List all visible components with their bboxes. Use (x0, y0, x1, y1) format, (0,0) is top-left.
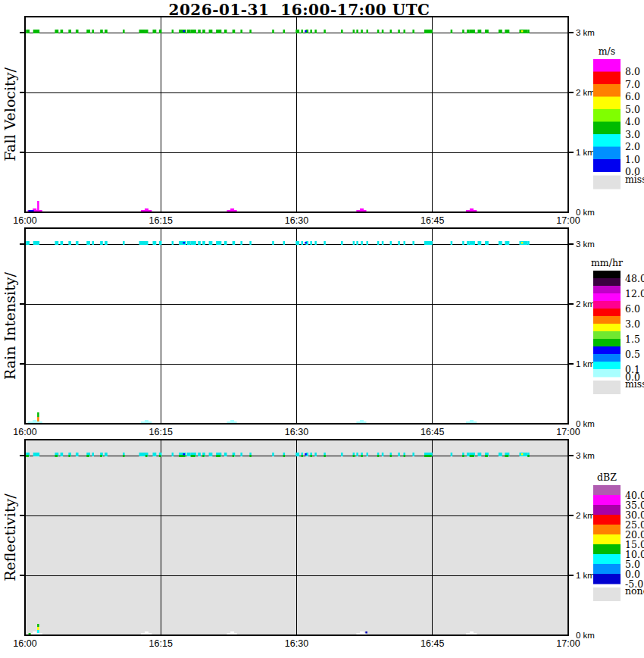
surface-spike-segment (37, 624, 39, 627)
echo-mark (499, 241, 502, 245)
echo-mark (382, 453, 384, 456)
echo-mark-secondary (361, 455, 363, 457)
echo-mark (123, 241, 125, 245)
surface-mark-bump (360, 208, 364, 210)
colorbar-missing-block (593, 381, 621, 394)
colorbar-value-label: 3.0 (625, 318, 640, 330)
yaxis-tick-label: 1 km (576, 148, 595, 157)
echo-mark (382, 241, 384, 245)
xaxis-tick-label: 16:30 (285, 638, 308, 649)
echo-mark (240, 241, 242, 245)
echo-mark (341, 30, 343, 33)
echo-mark-secondary (424, 455, 432, 457)
echo-mark (462, 241, 464, 245)
echo-mark (76, 30, 79, 33)
colorbar-value-label: 1.0 (625, 154, 640, 165)
echo-mark-secondary (100, 455, 102, 457)
surface-mark-bump (33, 420, 36, 421)
echo-mark (398, 241, 400, 245)
colorbar-block (593, 324, 621, 332)
echo-mark-secondary (283, 455, 286, 457)
colorbar-block (593, 293, 621, 302)
echo-mark (33, 453, 39, 456)
echo-mark (283, 241, 286, 245)
echo-mark (26, 30, 30, 33)
echo-mark (462, 30, 464, 33)
echo-mark-secondary (202, 455, 205, 457)
xaxis-tick-label: 16:15 (149, 427, 173, 437)
echo-mark (209, 241, 213, 245)
yaxis-tick-label: 3 km (576, 28, 595, 37)
echo-mark (92, 453, 94, 456)
colorbar-block (593, 362, 621, 370)
colorbar-block (593, 369, 621, 378)
yaxis-tick-label: 1 km (576, 571, 595, 580)
echo-mark-secondary (310, 455, 312, 457)
echo-mark (390, 241, 392, 245)
colorbar-block (593, 534, 621, 545)
colorbar-block (593, 159, 621, 172)
echo-mark-secondary (233, 455, 235, 457)
echo-mark (105, 241, 108, 245)
echo-mark (367, 30, 369, 33)
echo-mark (139, 30, 145, 33)
echo-mark (26, 241, 30, 245)
echo-mark (145, 241, 148, 245)
echo-accent-pixel (305, 453, 307, 456)
echo-mark (191, 241, 196, 245)
echo-mark (527, 30, 530, 33)
colorbar-value-label: 48.0 (625, 273, 644, 284)
echo-mark (272, 453, 274, 456)
yaxis-tick-label: 3 km (576, 451, 595, 460)
echo-mark (295, 453, 299, 456)
echo-mark (139, 241, 145, 245)
surface-spike-segment (37, 417, 39, 421)
surface-spike-segment (37, 204, 39, 207)
echo-mark (61, 241, 64, 245)
xaxis-tick-label: 16:15 (149, 215, 173, 226)
surface-mark-bump (145, 631, 148, 633)
surface-mark-bump (230, 208, 234, 210)
echo-mark (33, 30, 39, 33)
echo-mark (467, 241, 470, 245)
echo-mark (412, 241, 414, 245)
colorbar-missing-label: miss (625, 378, 644, 390)
echo-mark-secondary (216, 455, 220, 457)
xaxis-tick-label: 16:30 (285, 215, 308, 226)
echo-mark (377, 241, 380, 245)
echo-mark (172, 241, 174, 245)
colorbar-block (593, 554, 621, 565)
echo-mark (61, 30, 64, 33)
echo-mark (361, 30, 363, 33)
echo-mark (233, 30, 236, 33)
echo-mark (105, 30, 108, 33)
echo-mark-secondary (301, 455, 303, 457)
echo-mark-secondary (159, 455, 161, 457)
colorbar-block (593, 301, 621, 309)
echo-mark-secondary (249, 455, 252, 457)
echo-accent-pixel (183, 242, 186, 244)
colorbar-block (593, 109, 621, 122)
surface-spike-segment (37, 630, 39, 633)
colorbar-missing-label: miss (625, 174, 644, 185)
echo-mark (61, 453, 64, 456)
echo-mark-secondary (377, 455, 380, 457)
echo-mark-secondary (505, 455, 508, 457)
echo-mark (159, 30, 162, 33)
yaxis-tick-label: 2 km (576, 299, 595, 309)
echo-mark (249, 241, 252, 245)
echo-mark (198, 453, 201, 456)
echo-mark (301, 30, 303, 33)
xaxis-tick-label: 17:00 (556, 215, 580, 226)
echo-mark (324, 241, 326, 245)
echo-mark (353, 241, 355, 245)
echo-accent-pixel (183, 453, 186, 456)
echo-mark (505, 241, 509, 245)
echo-mark (314, 453, 317, 456)
echo-mark-secondary (68, 455, 70, 457)
echo-mark (55, 30, 58, 33)
colorbar-block (593, 271, 621, 279)
echo-mark (324, 30, 326, 33)
echo-mark (467, 30, 470, 33)
colorbar-value-label: 4.0 (625, 116, 640, 127)
